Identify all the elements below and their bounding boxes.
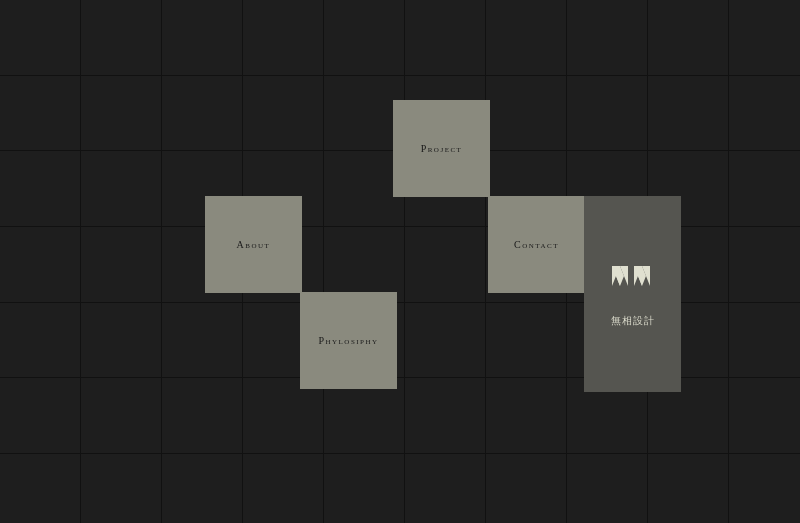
logo-tile[interactable]: 無相設計 (584, 196, 681, 392)
nav-label-phylosiphy: Phylosiphy (318, 335, 378, 346)
logo-text: 無相設計 (611, 314, 655, 328)
nav-tile-phylosiphy[interactable]: Phylosiphy (300, 292, 397, 389)
nav-label-contact: Contact (514, 239, 559, 250)
nav-tile-about[interactable]: About (205, 196, 302, 293)
nav-label-about: About (237, 239, 271, 250)
nav-tile-project[interactable]: Project (393, 100, 490, 197)
main-content: About Project Phylosiphy Contact (0, 0, 800, 523)
logo-icon (608, 261, 658, 306)
nav-label-project: Project (421, 143, 463, 154)
nav-tile-contact[interactable]: Contact (488, 196, 585, 293)
logo-container: 無相設計 (608, 196, 658, 392)
